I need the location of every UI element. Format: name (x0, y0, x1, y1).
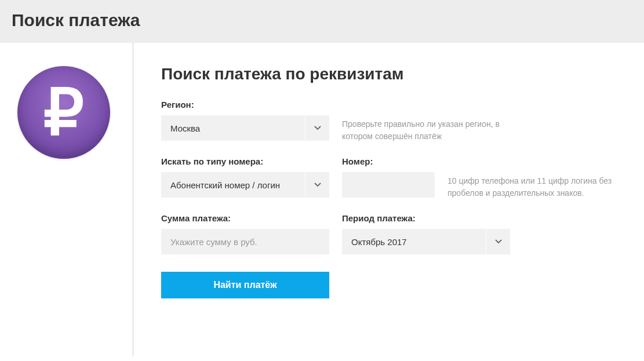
region-group: Регион: Москва (161, 100, 329, 141)
header-bar: Поиск платежа (0, 0, 644, 43)
search-type-group: Искать по типу номера: Абонентский номер… (161, 156, 329, 198)
region-select-value: Москва (161, 123, 305, 133)
period-select[interactable]: Октябрь 2017 (342, 229, 510, 254)
section-title: Поиск платежа по реквизитам (161, 65, 644, 83)
amount-input[interactable] (161, 229, 329, 254)
amount-group: Сумма платежа: (161, 213, 329, 254)
ruble-glyph: ₽ (43, 81, 84, 144)
region-hint: Проверьте правильно ли указан регион, в … (342, 100, 516, 143)
number-hint: 10 цифр телефона или 11 цифр логина без … (447, 156, 621, 199)
page-title: Поиск платежа (12, 10, 632, 30)
period-value: Октябрь 2017 (342, 237, 486, 247)
period-group: Период платежа: Октябрь 2017 (342, 213, 510, 254)
search-type-label: Искать по типу номера: (161, 156, 329, 166)
content: Поиск платежа по реквизитам Регион: Моск… (133, 43, 644, 356)
find-payment-button[interactable]: Найти платёж (161, 272, 329, 298)
region-row: Регион: Москва Проверьте правильно ли ук… (161, 100, 644, 143)
number-input[interactable] (342, 172, 435, 198)
main-area: ₽ Поиск платежа по реквизитам Регион: Мо… (0, 43, 644, 356)
chevron-down-icon (305, 172, 329, 198)
search-type-select[interactable]: Абонентский номер / логин (161, 172, 329, 198)
ruble-icon: ₽ (17, 66, 110, 159)
amount-period-row: Сумма платежа: Период платежа: Октябрь 2… (161, 213, 644, 254)
region-label: Регион: (161, 100, 329, 110)
region-select[interactable]: Москва (161, 115, 329, 141)
amount-label: Сумма платежа: (161, 213, 329, 223)
number-label: Номер: (342, 156, 435, 166)
sidebar: ₽ (0, 43, 133, 356)
chevron-down-icon (486, 229, 510, 254)
chevron-down-icon (305, 115, 329, 141)
period-label: Период платежа: (342, 213, 510, 223)
number-group: Номер: (342, 156, 435, 198)
type-number-row: Искать по типу номера: Абонентский номер… (161, 156, 644, 199)
search-type-value: Абонентский номер / логин (161, 180, 305, 190)
